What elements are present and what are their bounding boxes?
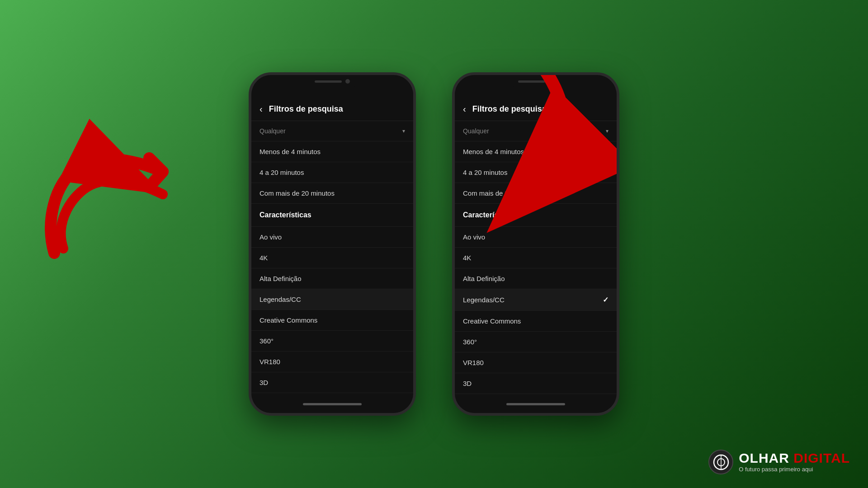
brand-text-container: OLHAR DIGITAL O futuro passa primeiro aq…	[739, 451, 850, 473]
duration-label-left-1: 4 a 20 minutos	[259, 169, 304, 176]
feature-label-right-4: Creative Commons	[463, 317, 521, 325]
phone-bottom-left	[251, 395, 413, 413]
camera-left	[345, 79, 350, 84]
duration-item-left-1[interactable]: 4 a 20 minutos	[251, 162, 413, 183]
feature-label-left-3: Legendas/CC	[259, 296, 301, 303]
feature-label-left-7: 3D	[259, 379, 268, 386]
feature-label-left-6: VR180	[259, 358, 280, 366]
brand-logo	[708, 450, 733, 474]
feature-label-right-5: 360°	[463, 338, 477, 346]
duration-item-left-2[interactable]: Com mais de 20 minutos	[251, 183, 413, 204]
feature-label-right-3: Legendas/CC	[463, 296, 505, 304]
feature-label-left-1: 4K	[259, 254, 268, 262]
notch-left	[305, 75, 359, 88]
feature-item-left-0[interactable]: Ao vivo	[251, 227, 413, 248]
home-indicator-right	[506, 403, 565, 405]
arrow-right-svg	[452, 72, 581, 260]
brand-name: OLHAR	[739, 451, 789, 465]
feature-label-right-6: VR180	[463, 359, 484, 366]
feature-label-left-2: Alta Definição	[259, 275, 302, 282]
feature-label-left-4: Creative Commons	[259, 316, 317, 324]
brand-name-digital: DIGITAL	[789, 451, 850, 465]
app-title-left: Filtros de pesquisa	[269, 104, 343, 114]
feature-item-left-6[interactable]: VR180	[251, 352, 413, 372]
back-button-left[interactable]: ‹	[259, 104, 263, 114]
feature-item-left-1[interactable]: 4K	[251, 248, 413, 268]
duration-label-left-2: Com mais de 20 minutos	[259, 189, 335, 197]
speaker-left	[315, 80, 342, 83]
duration-item-left-0[interactable]: Menos de 4 minutos	[251, 141, 413, 162]
app-header-left: ‹ Filtros de pesquisa	[251, 98, 413, 121]
phone-left: ‹ Filtros de pesquisa Qualquer ▾ Menos d…	[249, 72, 416, 416]
checkmark-right-3: ✓	[603, 296, 609, 304]
feature-item-left-4[interactable]: Creative Commons	[251, 310, 413, 331]
top-item-left[interactable]: Qualquer ▾	[251, 121, 413, 141]
top-item-label-left: Qualquer	[259, 127, 286, 135]
phone-right: ‹ Filtros de pesquisa Qualquer ▾ Menos d…	[452, 72, 619, 416]
feature-item-left-3[interactable]: Legendas/CC	[251, 289, 413, 310]
feature-item-right-2[interactable]: Alta Definição	[455, 268, 617, 289]
section-header-left: Características	[251, 204, 413, 227]
feature-item-right-6[interactable]: VR180	[455, 352, 617, 373]
feature-item-right-3[interactable]: Legendas/CC ✓	[455, 289, 617, 311]
feature-item-left-7[interactable]: 3D	[251, 372, 413, 393]
dropdown-arrow-right: ▾	[606, 128, 609, 134]
duration-label-left-0: Menos de 4 minutos	[259, 148, 321, 155]
feature-item-left-2[interactable]: Alta Definição	[251, 268, 413, 289]
feature-item-right-4[interactable]: Creative Commons	[455, 311, 617, 332]
feature-label-left-0: Ao vivo	[259, 233, 282, 241]
arrow-left-big	[41, 131, 181, 271]
feature-label-left-5: 360°	[259, 337, 274, 345]
brand-tagline: O futuro passa primeiro aqui	[739, 466, 850, 473]
feature-item-left-5[interactable]: 360°	[251, 331, 413, 352]
brand-watermark: OLHAR DIGITAL O futuro passa primeiro aq…	[708, 450, 850, 474]
feature-item-right-7[interactable]: 3D	[455, 373, 617, 394]
home-indicator-left	[303, 403, 362, 405]
phone-content-left: ‹ Filtros de pesquisa Qualquer ▾ Menos d…	[251, 98, 413, 395]
scene: ‹ Filtros de pesquisa Qualquer ▾ Menos d…	[0, 0, 868, 488]
feature-label-right-2: Alta Definição	[463, 275, 505, 282]
phone-bottom-right	[455, 395, 617, 413]
section-header-label-left: Características	[259, 211, 311, 219]
dropdown-arrow-left: ▾	[402, 128, 405, 134]
phone-top-left	[251, 75, 413, 98]
feature-item-right-5[interactable]: 360°	[455, 332, 617, 352]
feature-label-right-7: 3D	[463, 380, 472, 387]
